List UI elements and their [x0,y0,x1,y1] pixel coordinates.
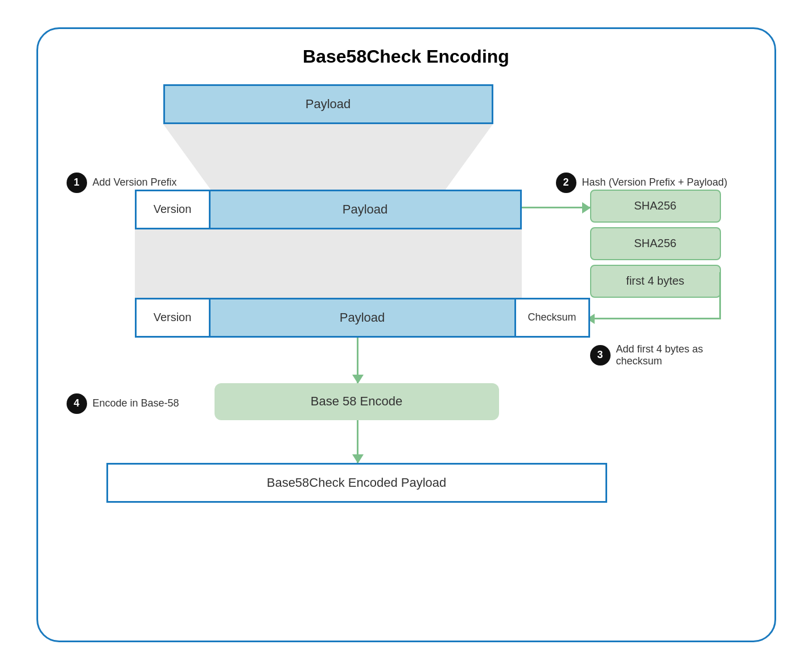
version-box-1: Version [137,191,211,228]
page-title: Base58Check Encoding [303,46,509,67]
base58-encode-box: Base 58 Encode [215,383,499,420]
step4-label: 4 Encode in Base-58 [67,393,179,414]
checksum-box: Checksum [514,299,588,336]
version-box-2: Version [137,299,211,336]
step1-circle: 1 [67,173,87,193]
step3-label: 3 Add first 4 bytes as checksum [590,343,752,367]
main-container: Base58Check Encoding Payload 1 Add Versi… [36,27,776,642]
sha-column: SHA256 SHA256 first 4 bytes [590,190,721,298]
sha256-box-2: SHA256 [590,227,721,260]
l-arrow-horizontal [590,318,721,319]
arrow-to-sha [522,207,590,208]
funnel-2 [135,229,522,298]
step4-circle: 4 [67,393,87,414]
down-arrow-1 [357,338,358,383]
diagram-area: Payload 1 Add Version Prefix 2 Hash (Ver… [61,84,752,623]
version-payload-row1: Version Payload [135,190,522,229]
payload-box-1: Payload [211,191,520,228]
payload-top-box: Payload [163,84,493,124]
payload-box-2: Payload [211,299,514,336]
funnel-1 [163,124,493,192]
down-arrow-2 [357,420,358,463]
l-arrow-vertical [719,272,721,319]
step2-circle: 2 [556,173,576,193]
step3-circle: 3 [590,345,611,366]
first4bytes-box: first 4 bytes [590,265,721,298]
version-payload-row2: Version Payload Checksum [135,298,590,338]
sha256-box-1: SHA256 [590,190,721,223]
final-box: Base58Check Encoded Payload [106,463,607,503]
